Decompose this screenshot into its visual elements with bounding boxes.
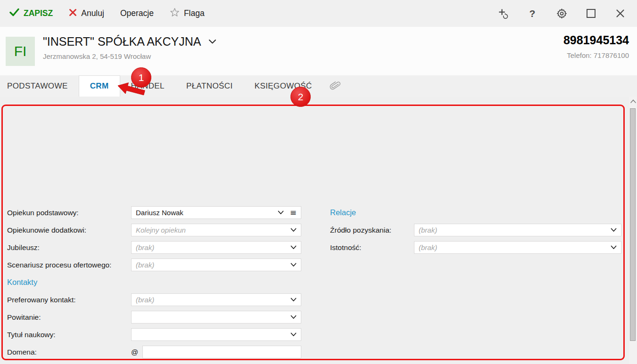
hours-label-row: Preferowane godziny kontaktu: [7, 361, 301, 364]
question-mark-icon: ? [529, 8, 536, 19]
record-header: FI "INSERT" SPÓŁKA AKCYJNA Jerzmanowska … [0, 27, 637, 75]
field-label: Opiekun podstawowy: [7, 209, 131, 217]
form-row: Preferowany kontakt: (brak) [7, 291, 301, 308]
settings-button[interactable] [556, 8, 567, 19]
form-row: Tytuł naukowy: [7, 326, 301, 343]
section-header-kontakty: Kontakty [7, 274, 301, 291]
field-label: Istotność: [330, 243, 414, 252]
top-toolbar: ZAPISZ Anuluj Operacje Flaga ? [0, 0, 637, 27]
at-sign-prefix: @ [131, 348, 142, 356]
domena-input[interactable] [142, 346, 301, 358]
opiekun-podstawowy-combobox[interactable]: Dariusz Nowak ≡ [131, 206, 301, 219]
field-value: Dariusz Nowak [136, 209, 183, 217]
maximize-button[interactable] [585, 8, 596, 19]
field-label: Źródło pozyskania: [330, 226, 414, 235]
field-placeholder: (brak) [419, 226, 437, 234]
chevron-up-icon [630, 99, 636, 103]
field-placeholder: (brak) [419, 243, 437, 251]
preferowany-kontakt-combobox[interactable]: (brak) [131, 293, 301, 306]
entity-type-badge: FI [6, 37, 35, 66]
tytul-naukowy-combobox[interactable] [131, 328, 301, 341]
tab-podstawowe[interactable]: PODSTAWOWE [0, 75, 79, 97]
chevron-down-icon [287, 228, 297, 232]
chevron-down-icon [287, 298, 297, 302]
save-button-label: ZAPISZ [24, 8, 53, 18]
form-row: Powitanie: [7, 308, 301, 326]
form-row: Opiekun podstawowy: Dariusz Nowak ≡ [7, 204, 301, 221]
help-button[interactable]: ? [527, 8, 538, 19]
field-placeholder: (brak) [136, 261, 154, 269]
chevron-down-icon [607, 245, 617, 250]
field-placeholder: (brak) [136, 243, 154, 251]
add-view-button[interactable] [497, 8, 509, 19]
company-address: Jerzmanowska 2, 54-519 Wrocław [43, 52, 216, 60]
tax-id: 8981945134 [563, 33, 629, 47]
chevron-down-icon [287, 263, 297, 267]
field-label: Scenariusz procesu ofertowego: [7, 261, 131, 269]
field-label: Preferowany kontakt: [7, 296, 131, 304]
form-row: Źródło pozyskania: (brak) [330, 221, 621, 239]
flag-button-label: Flaga [184, 8, 205, 18]
chevron-down-icon [287, 245, 297, 250]
form-row: Domena: @ [7, 343, 301, 361]
scrollbar-thumb[interactable] [630, 108, 636, 341]
close-icon [616, 9, 625, 18]
annotation-step-1: 1 [131, 67, 151, 88]
chevron-down-icon [607, 228, 617, 232]
chevron-down-icon [287, 332, 297, 337]
zrodlo-pozyskania-combobox[interactable]: (brak) [414, 224, 621, 236]
field-label: Tytuł naukowy: [7, 331, 131, 339]
opiekunowie-dodatkowi-combobox[interactable]: Kolejny opiekun [131, 224, 301, 236]
chevron-down-icon [274, 210, 284, 215]
form-row: Opiekunowie dodatkowi: Kolejny opiekun [7, 221, 301, 239]
operations-button-label: Operacje [120, 8, 154, 18]
tab-crm[interactable]: CRM [79, 75, 120, 97]
form-row: Jubileusz: (brak) [7, 239, 301, 256]
gear-icon [556, 8, 567, 19]
red-x-icon [69, 8, 77, 19]
scenariusz-procesu-combobox[interactable]: (brak) [131, 259, 301, 271]
field-label: Jubileusz: [7, 243, 131, 252]
form-row: Scenariusz procesu ofertowego: (brak) [7, 256, 301, 274]
scroll-up-button[interactable] [629, 97, 637, 106]
attachments-button[interactable] [323, 75, 347, 97]
form-row: Istotność: (brak) [330, 239, 621, 256]
field-placeholder: Kolejny opiekun [136, 226, 186, 234]
hamburger-menu-icon[interactable]: ≡ [290, 209, 297, 217]
tab-bar: PODSTAWOWE CRM HANDEL PŁATNOŚCI KSIĘGOWO… [0, 75, 637, 97]
company-name: "INSERT" SPÓŁKA AKCYJNA [43, 35, 201, 49]
field-label: Powitanie: [7, 313, 131, 322]
cancel-button-label: Anuluj [81, 8, 104, 18]
istotnosc-combobox[interactable]: (brak) [414, 241, 621, 254]
section-header-relacje: Relacje [330, 204, 621, 221]
close-button[interactable] [614, 8, 626, 19]
tab-ksiegowosc[interactable]: KSIĘGOWOŚĆ [244, 75, 323, 97]
tab-platnosci[interactable]: PŁATNOŚCI [175, 75, 244, 97]
plus-refresh-icon [497, 8, 509, 19]
field-label: Domena: [7, 348, 131, 356]
company-chevron-down-icon[interactable] [208, 38, 216, 46]
maximize-icon [587, 9, 596, 18]
check-icon [9, 8, 19, 19]
chevron-down-icon [287, 315, 297, 319]
powitanie-combobox[interactable] [131, 311, 301, 324]
field-label: Opiekunowie dodatkowi: [7, 226, 131, 235]
star-outline-icon [170, 8, 180, 19]
cancel-button[interactable]: Anuluj [69, 8, 104, 19]
phone-number: Telefon: 717876100 [563, 51, 629, 59]
jubileusz-combobox[interactable]: (brak) [131, 241, 301, 254]
crm-tab-panel: Opiekun podstawowy: Dariusz Nowak ≡ Opie… [0, 97, 637, 364]
flag-button[interactable]: Flaga [170, 8, 205, 19]
operations-button[interactable]: Operacje [120, 8, 154, 18]
field-placeholder: (brak) [136, 296, 154, 304]
save-button[interactable]: ZAPISZ [9, 8, 53, 19]
annotation-step-2: 2 [290, 87, 311, 107]
paperclip-icon [328, 79, 341, 93]
vertical-scrollbar[interactable] [629, 97, 637, 364]
